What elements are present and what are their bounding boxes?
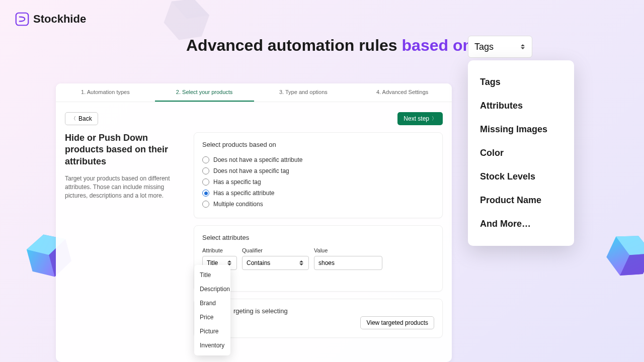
dropdown-item-product-name[interactable]: Product Name [468,189,574,212]
dropdown-item-tags[interactable]: Tags [468,70,574,94]
rule-basis-select[interactable]: Tags [468,36,532,58]
step-title: Hide or Push Down products based on thei… [65,132,183,167]
qualifier-select[interactable]: Contains [242,256,309,270]
app-logo: Stockhide [15,12,86,26]
select-sort-icon [521,44,526,49]
radio-has-tag[interactable]: Has a specific tag [202,176,434,188]
value-input[interactable] [314,256,382,270]
attr-option-description[interactable]: Description [194,282,230,296]
view-targeted-button[interactable]: View targeted products [360,316,434,329]
basis-card: Select products based on Does not have a… [194,132,443,218]
value-label: Value [314,247,382,253]
rule-basis-value: Tags [474,42,494,52]
dropdown-item-color[interactable]: Color [468,141,574,165]
logo-icon [15,12,29,26]
wizard-tabs: 1. Automation types 2. Select your produ… [56,83,452,102]
back-label: Back [78,115,92,122]
attributes-card: Select attributes Attribute Title Title … [194,225,443,292]
dropdown-item-and-more[interactable]: And More… [468,212,574,236]
next-step-button[interactable]: Next step 〉 [397,112,443,125]
radio-multiple[interactable]: Multiple conditions [202,199,434,210]
tab-automation-types[interactable]: 1. Automation types [56,83,155,102]
targeting-title: rgeting is selecting [233,307,288,315]
dropdown-item-attributes[interactable]: Attributes [468,94,574,118]
rule-basis-dropdown: Tags Attributes Missing Images Color Sto… [468,60,574,246]
attr-option-title[interactable]: Title [194,268,230,282]
attr-option-inventory[interactable]: Inventory [194,338,230,352]
dropdown-item-missing-images[interactable]: Missing Images [468,118,574,141]
attribute-dropdown: Title Description Brand Price Picture In… [194,265,230,355]
tab-type-options[interactable]: 3. Type and options [254,83,353,102]
decorative-cube [596,223,644,290]
qualifier-label: Qualifier [242,247,309,253]
radio-no-attribute[interactable]: Does not have a specific attribute [202,154,434,165]
radio-has-attribute[interactable]: Has a specific attribute [202,188,434,199]
logo-text: Stockhide [33,13,86,26]
select-sort-icon [299,260,304,265]
chevron-right-icon: 〉 [432,115,437,122]
back-button[interactable]: 〈 Back [65,112,98,125]
tab-select-products[interactable]: 2. Select your products [155,83,254,102]
dropdown-item-stock-levels[interactable]: Stock Levels [468,165,574,189]
targeting-card: rgeting is selecting View targeted produ… [194,299,443,338]
attr-option-brand[interactable]: Brand [194,296,230,310]
wizard-panel: 1. Automation types 2. Select your produ… [56,83,452,362]
attr-option-picture[interactable]: Picture [194,324,230,338]
next-label: Next step [404,115,429,122]
step-description: Target your products based on different … [65,174,183,200]
attribute-label: Attribute [202,247,237,253]
svg-rect-8 [16,13,29,26]
tab-advanced-settings[interactable]: 4. Advanced Settings [353,83,452,102]
basis-card-title: Select products based on [202,141,434,148]
headline: Advanced automation rules based on: [186,36,478,55]
radio-no-tag[interactable]: Does not have a specific tag [202,165,434,176]
attributes-card-title: Select attributes [202,234,434,241]
chevron-left-icon: 〈 [71,115,76,122]
attr-option-price[interactable]: Price [194,310,230,324]
